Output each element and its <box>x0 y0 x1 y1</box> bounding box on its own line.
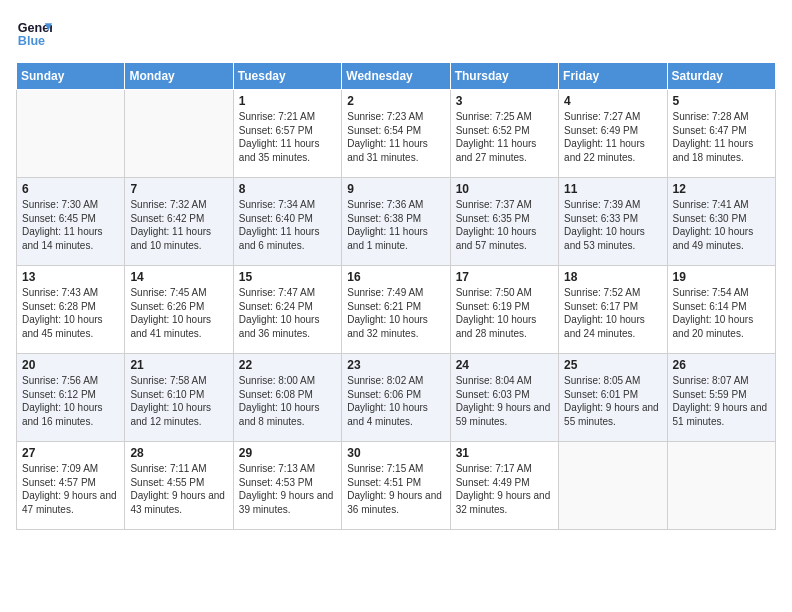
logo: General Blue <box>16 16 52 52</box>
day-number: 4 <box>564 94 661 108</box>
day-number: 24 <box>456 358 553 372</box>
day-number: 21 <box>130 358 227 372</box>
cell-content: Sunrise: 7:45 AM Sunset: 6:26 PM Dayligh… <box>130 286 227 340</box>
day-number: 3 <box>456 94 553 108</box>
day-number: 23 <box>347 358 444 372</box>
day-number: 15 <box>239 270 336 284</box>
cell-content: Sunrise: 7:23 AM Sunset: 6:54 PM Dayligh… <box>347 110 444 164</box>
calendar-cell: 15Sunrise: 7:47 AM Sunset: 6:24 PM Dayli… <box>233 266 341 354</box>
day-number: 28 <box>130 446 227 460</box>
cell-content: Sunrise: 7:17 AM Sunset: 4:49 PM Dayligh… <box>456 462 553 516</box>
cell-content: Sunrise: 7:11 AM Sunset: 4:55 PM Dayligh… <box>130 462 227 516</box>
cell-content: Sunrise: 8:00 AM Sunset: 6:08 PM Dayligh… <box>239 374 336 428</box>
calendar-cell: 20Sunrise: 7:56 AM Sunset: 6:12 PM Dayli… <box>17 354 125 442</box>
calendar-week-row: 27Sunrise: 7:09 AM Sunset: 4:57 PM Dayli… <box>17 442 776 530</box>
cell-content: Sunrise: 7:28 AM Sunset: 6:47 PM Dayligh… <box>673 110 770 164</box>
calendar-week-row: 20Sunrise: 7:56 AM Sunset: 6:12 PM Dayli… <box>17 354 776 442</box>
calendar-cell: 24Sunrise: 8:04 AM Sunset: 6:03 PM Dayli… <box>450 354 558 442</box>
day-number: 12 <box>673 182 770 196</box>
logo-icon: General Blue <box>16 16 52 52</box>
calendar-cell: 26Sunrise: 8:07 AM Sunset: 5:59 PM Dayli… <box>667 354 775 442</box>
cell-content: Sunrise: 8:02 AM Sunset: 6:06 PM Dayligh… <box>347 374 444 428</box>
calendar-cell: 10Sunrise: 7:37 AM Sunset: 6:35 PM Dayli… <box>450 178 558 266</box>
day-number: 25 <box>564 358 661 372</box>
day-number: 18 <box>564 270 661 284</box>
day-number: 26 <box>673 358 770 372</box>
cell-content: Sunrise: 7:47 AM Sunset: 6:24 PM Dayligh… <box>239 286 336 340</box>
page-header: General Blue <box>16 16 776 52</box>
day-number: 11 <box>564 182 661 196</box>
cell-content: Sunrise: 8:07 AM Sunset: 5:59 PM Dayligh… <box>673 374 770 428</box>
day-number: 30 <box>347 446 444 460</box>
calendar-cell: 9Sunrise: 7:36 AM Sunset: 6:38 PM Daylig… <box>342 178 450 266</box>
calendar-cell: 16Sunrise: 7:49 AM Sunset: 6:21 PM Dayli… <box>342 266 450 354</box>
day-number: 5 <box>673 94 770 108</box>
cell-content: Sunrise: 7:21 AM Sunset: 6:57 PM Dayligh… <box>239 110 336 164</box>
calendar-week-row: 13Sunrise: 7:43 AM Sunset: 6:28 PM Dayli… <box>17 266 776 354</box>
calendar-cell: 3Sunrise: 7:25 AM Sunset: 6:52 PM Daylig… <box>450 90 558 178</box>
cell-content: Sunrise: 7:58 AM Sunset: 6:10 PM Dayligh… <box>130 374 227 428</box>
cell-content: Sunrise: 7:39 AM Sunset: 6:33 PM Dayligh… <box>564 198 661 252</box>
cell-content: Sunrise: 7:34 AM Sunset: 6:40 PM Dayligh… <box>239 198 336 252</box>
day-number: 22 <box>239 358 336 372</box>
calendar-cell <box>559 442 667 530</box>
calendar-cell: 25Sunrise: 8:05 AM Sunset: 6:01 PM Dayli… <box>559 354 667 442</box>
day-number: 20 <box>22 358 119 372</box>
weekday-header: Tuesday <box>233 63 341 90</box>
day-number: 8 <box>239 182 336 196</box>
cell-content: Sunrise: 7:27 AM Sunset: 6:49 PM Dayligh… <box>564 110 661 164</box>
calendar-cell: 29Sunrise: 7:13 AM Sunset: 4:53 PM Dayli… <box>233 442 341 530</box>
calendar-cell: 23Sunrise: 8:02 AM Sunset: 6:06 PM Dayli… <box>342 354 450 442</box>
cell-content: Sunrise: 7:49 AM Sunset: 6:21 PM Dayligh… <box>347 286 444 340</box>
calendar-cell: 7Sunrise: 7:32 AM Sunset: 6:42 PM Daylig… <box>125 178 233 266</box>
calendar-cell: 12Sunrise: 7:41 AM Sunset: 6:30 PM Dayli… <box>667 178 775 266</box>
day-number: 1 <box>239 94 336 108</box>
cell-content: Sunrise: 8:04 AM Sunset: 6:03 PM Dayligh… <box>456 374 553 428</box>
cell-content: Sunrise: 7:25 AM Sunset: 6:52 PM Dayligh… <box>456 110 553 164</box>
cell-content: Sunrise: 7:15 AM Sunset: 4:51 PM Dayligh… <box>347 462 444 516</box>
cell-content: Sunrise: 7:37 AM Sunset: 6:35 PM Dayligh… <box>456 198 553 252</box>
cell-content: Sunrise: 7:09 AM Sunset: 4:57 PM Dayligh… <box>22 462 119 516</box>
day-number: 31 <box>456 446 553 460</box>
weekday-header: Sunday <box>17 63 125 90</box>
calendar-cell: 2Sunrise: 7:23 AM Sunset: 6:54 PM Daylig… <box>342 90 450 178</box>
day-number: 17 <box>456 270 553 284</box>
calendar-week-row: 1Sunrise: 7:21 AM Sunset: 6:57 PM Daylig… <box>17 90 776 178</box>
cell-content: Sunrise: 8:05 AM Sunset: 6:01 PM Dayligh… <box>564 374 661 428</box>
cell-content: Sunrise: 7:43 AM Sunset: 6:28 PM Dayligh… <box>22 286 119 340</box>
calendar-cell: 19Sunrise: 7:54 AM Sunset: 6:14 PM Dayli… <box>667 266 775 354</box>
day-number: 19 <box>673 270 770 284</box>
cell-content: Sunrise: 7:54 AM Sunset: 6:14 PM Dayligh… <box>673 286 770 340</box>
calendar-cell <box>667 442 775 530</box>
day-number: 9 <box>347 182 444 196</box>
calendar-cell: 5Sunrise: 7:28 AM Sunset: 6:47 PM Daylig… <box>667 90 775 178</box>
calendar-cell: 14Sunrise: 7:45 AM Sunset: 6:26 PM Dayli… <box>125 266 233 354</box>
day-number: 10 <box>456 182 553 196</box>
day-number: 16 <box>347 270 444 284</box>
calendar-header: SundayMondayTuesdayWednesdayThursdayFrid… <box>17 63 776 90</box>
calendar-cell: 22Sunrise: 8:00 AM Sunset: 6:08 PM Dayli… <box>233 354 341 442</box>
calendar-cell <box>17 90 125 178</box>
weekday-header: Saturday <box>667 63 775 90</box>
calendar-cell: 21Sunrise: 7:58 AM Sunset: 6:10 PM Dayli… <box>125 354 233 442</box>
calendar-cell: 31Sunrise: 7:17 AM Sunset: 4:49 PM Dayli… <box>450 442 558 530</box>
day-number: 2 <box>347 94 444 108</box>
weekday-header: Thursday <box>450 63 558 90</box>
weekday-header: Monday <box>125 63 233 90</box>
calendar-cell: 8Sunrise: 7:34 AM Sunset: 6:40 PM Daylig… <box>233 178 341 266</box>
day-number: 27 <box>22 446 119 460</box>
calendar-cell: 18Sunrise: 7:52 AM Sunset: 6:17 PM Dayli… <box>559 266 667 354</box>
day-number: 13 <box>22 270 119 284</box>
calendar-cell: 4Sunrise: 7:27 AM Sunset: 6:49 PM Daylig… <box>559 90 667 178</box>
calendar-cell: 27Sunrise: 7:09 AM Sunset: 4:57 PM Dayli… <box>17 442 125 530</box>
calendar-cell: 17Sunrise: 7:50 AM Sunset: 6:19 PM Dayli… <box>450 266 558 354</box>
weekday-header: Friday <box>559 63 667 90</box>
cell-content: Sunrise: 7:30 AM Sunset: 6:45 PM Dayligh… <box>22 198 119 252</box>
cell-content: Sunrise: 7:50 AM Sunset: 6:19 PM Dayligh… <box>456 286 553 340</box>
svg-text:Blue: Blue <box>18 34 45 48</box>
cell-content: Sunrise: 7:56 AM Sunset: 6:12 PM Dayligh… <box>22 374 119 428</box>
calendar-cell: 13Sunrise: 7:43 AM Sunset: 6:28 PM Dayli… <box>17 266 125 354</box>
day-number: 7 <box>130 182 227 196</box>
calendar-week-row: 6Sunrise: 7:30 AM Sunset: 6:45 PM Daylig… <box>17 178 776 266</box>
cell-content: Sunrise: 7:13 AM Sunset: 4:53 PM Dayligh… <box>239 462 336 516</box>
